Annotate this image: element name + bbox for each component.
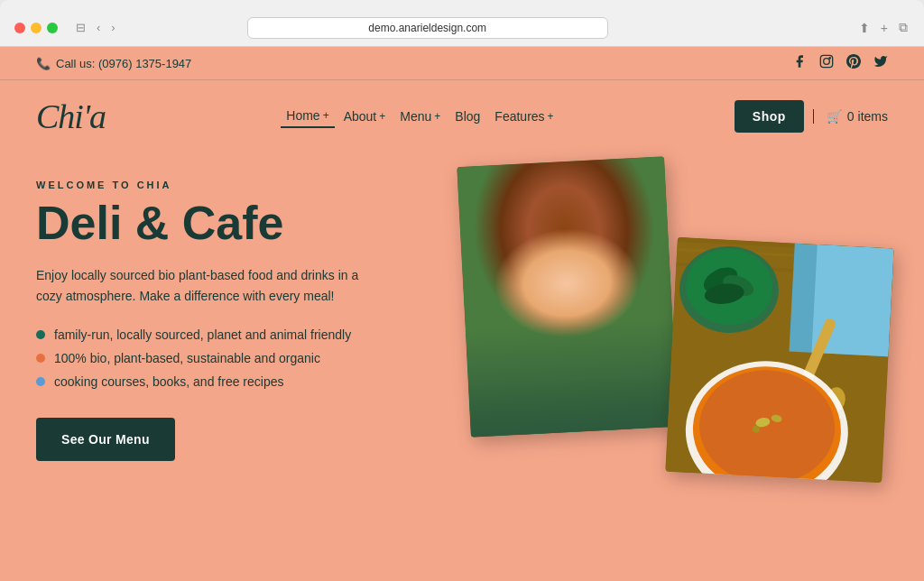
nav-link-menu[interactable]: Menu + [394, 106, 446, 127]
nav-link-blog[interactable]: Blog [449, 106, 485, 127]
svg-rect-16 [554, 337, 587, 374]
svg-point-15 [588, 289, 591, 291]
svg-point-9 [576, 277, 591, 289]
nav-link-about[interactable]: About + [338, 106, 392, 127]
hero-food-image [665, 237, 893, 483]
svg-rect-0 [820, 55, 832, 67]
svg-point-7 [518, 237, 617, 346]
nav-item-menu[interactable]: Menu + [394, 106, 446, 127]
svg-point-13 [552, 290, 555, 293]
feature-item-2: 100% bio, plant-based, sustainable and o… [36, 351, 361, 365]
feature-text-1: family-run, locally sourced, planet and … [54, 327, 351, 342]
svg-point-10 [550, 302, 587, 318]
svg-point-17 [499, 356, 648, 438]
hero-person-image [457, 156, 678, 438]
nav-right: Shop 🛒 0 items [735, 100, 888, 133]
nav-item-features[interactable]: Features + [489, 106, 559, 127]
website: 📞 Call us: (0976) 1375-1947 Chi'a Home [0, 47, 924, 581]
nav-link-features[interactable]: Features + [489, 106, 559, 127]
feature-text-3: cooking courses, books, and free recipes [54, 374, 283, 389]
hero-content: WELCOME TO CHIA Deli & Cafe Enjoy locall… [36, 171, 361, 461]
instagram-icon[interactable] [819, 54, 834, 72]
nav-link-home[interactable]: Home + [281, 105, 334, 128]
feature-dot-3 [36, 377, 45, 386]
svg-rect-11 [551, 303, 584, 311]
welcome-label: WELCOME TO CHIA [36, 180, 361, 190]
feature-dot-1 [36, 330, 45, 339]
social-icons [792, 54, 888, 72]
logo[interactable]: Chi'a [36, 97, 106, 136]
svg-point-4 [502, 248, 635, 399]
hero-section: WELCOME TO CHIA Deli & Cafe Enjoy locall… [0, 152, 924, 540]
cart-icon: 🛒 [827, 109, 842, 124]
pinterest-icon[interactable] [846, 54, 861, 72]
browser-chrome: ⊟ ‹ › demo.anarieldesign.com ⬆ + ⧉ [0, 0, 924, 47]
svg-point-8 [543, 279, 559, 290]
feature-item-1: family-run, locally sourced, planet and … [36, 327, 361, 342]
nav-plus-menu: + [434, 110, 440, 123]
svg-point-2 [829, 58, 830, 59]
feature-text-2: 100% bio, plant-based, sustainable and o… [54, 351, 320, 365]
browser-right-icons: ⬆ + ⧉ [857, 18, 910, 37]
facebook-icon[interactable] [792, 54, 807, 72]
forward-button[interactable]: › [107, 19, 118, 36]
hero-description: Enjoy locally sourced bio plant-based fo… [36, 265, 361, 306]
feature-list: family-run, locally sourced, planet and … [36, 327, 361, 389]
cart-area[interactable]: 🛒 0 items [813, 109, 888, 124]
cart-label: 0 items [847, 109, 888, 124]
nav-links: Home + About + Menu + Blog [281, 105, 559, 128]
phone-number: 📞 Call us: (0976) 1375-1947 [36, 57, 191, 70]
browser-nav-icons: ⊟ ‹ › [72, 19, 119, 36]
shop-button[interactable]: Shop [735, 100, 804, 133]
phone-icon: 📞 [36, 57, 51, 70]
svg-point-12 [543, 294, 547, 298]
twitter-icon[interactable] [873, 54, 888, 72]
see-menu-button[interactable]: See Our Menu [36, 418, 175, 461]
navbar: Chi'a Home + About + Menu + [0, 80, 924, 152]
hero-title: Deli & Cafe [36, 198, 361, 249]
nav-plus-features: + [548, 110, 554, 123]
feature-item-3: cooking courses, books, and free recipes [36, 374, 361, 389]
address-bar[interactable]: demo.anarieldesign.com [247, 17, 608, 39]
nav-item-about[interactable]: About + [338, 106, 392, 127]
svg-point-1 [824, 59, 830, 65]
hero-images [455, 171, 888, 513]
phone-label: Call us: (0976) 1375-1947 [56, 57, 191, 70]
nav-item-home[interactable]: Home + [281, 105, 334, 128]
close-button[interactable] [14, 23, 25, 33]
traffic-lights [14, 23, 58, 33]
svg-point-14 [579, 292, 583, 296]
maximize-button[interactable] [47, 23, 58, 33]
top-bar: 📞 Call us: (0976) 1375-1947 [0, 47, 924, 80]
feature-dot-2 [36, 354, 45, 363]
tabs-button[interactable]: ⧉ [897, 18, 910, 37]
nav-item-blog[interactable]: Blog [449, 106, 485, 127]
sidebar-toggle-button[interactable]: ⊟ [72, 19, 89, 36]
svg-rect-3 [457, 156, 678, 438]
svg-point-5 [503, 172, 627, 314]
share-button[interactable]: ⬆ [857, 19, 872, 37]
new-tab-button[interactable]: + [879, 19, 890, 37]
back-button[interactable]: ‹ [93, 19, 104, 36]
svg-point-6 [534, 176, 591, 229]
nav-plus-about: + [379, 110, 385, 123]
minimize-button[interactable] [31, 23, 42, 33]
nav-plus-home: + [323, 109, 329, 122]
